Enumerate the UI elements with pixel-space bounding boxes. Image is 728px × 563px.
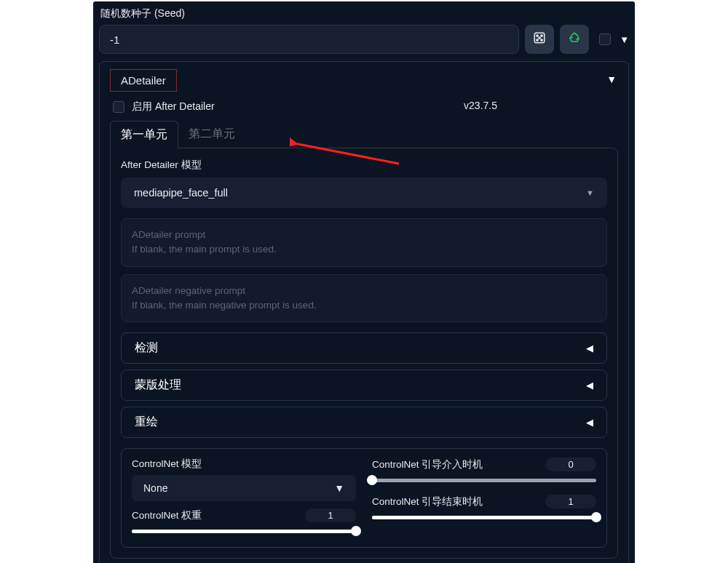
- reuse-seed-button[interactable]: [560, 25, 589, 54]
- svg-point-5: [541, 39, 542, 41]
- triangle-left-icon: ◀: [586, 380, 593, 391]
- cnet-start-label: ControlNet 引导介入时机: [372, 458, 483, 471]
- ad-neg-prompt-placeholder-2: If blank, the main negative prompt is us…: [132, 298, 596, 313]
- chevron-down-icon: ▼: [334, 482, 344, 494]
- accordion-inpaint-label: 重绘: [135, 415, 158, 430]
- chevron-down-icon: ▼: [586, 188, 594, 197]
- tab-unit-2[interactable]: 第二单元: [178, 121, 245, 148]
- ad-neg-prompt-placeholder-1: ADetailer negative prompt: [132, 284, 596, 298]
- adetailer-panel: ADetailer ▼ 启用 After Detailer v23.7.5 第一…: [99, 61, 629, 563]
- ad-prompt-placeholder-2: If blank, the main prompt is used.: [132, 242, 596, 257]
- adetailer-collapse-caret[interactable]: ▼: [606, 69, 618, 85]
- seed-label: 随机数种子 (Seed): [99, 4, 629, 25]
- svg-point-1: [537, 35, 538, 36]
- adetailer-title: ADetailer: [110, 69, 177, 92]
- cnet-start-value[interactable]: 0: [545, 458, 596, 471]
- cnet-model-select[interactable]: None ▼: [132, 475, 356, 501]
- ad-model-select[interactable]: mediapipe_face_full ▼: [121, 177, 607, 208]
- random-seed-button[interactable]: [525, 25, 554, 54]
- ad-model-selected: mediapipe_face_full: [134, 187, 228, 199]
- accordion-mask[interactable]: 蒙版处理 ◀: [121, 370, 607, 401]
- enable-adetailer-label: 启用 After Detailer: [132, 100, 215, 113]
- cnet-end-label: ControlNet 引导结束时机: [372, 495, 483, 508]
- seed-input[interactable]: [99, 25, 519, 54]
- enable-adetailer-checkbox[interactable]: [113, 101, 124, 113]
- accordion-detect-label: 检测: [135, 340, 158, 356]
- cnet-end-slider[interactable]: [372, 513, 596, 522]
- accordion-mask-label: 蒙版处理: [135, 378, 181, 393]
- ad-neg-prompt-input[interactable]: ADetailer negative prompt If blank, the …: [121, 274, 607, 323]
- ad-prompt-input[interactable]: ADetailer prompt If blank, the main prom…: [121, 218, 607, 267]
- cnet-weight-value[interactable]: 1: [305, 508, 356, 522]
- extra-checkbox[interactable]: [599, 33, 611, 45]
- accordion-inpaint[interactable]: 重绘 ◀: [121, 407, 607, 438]
- cnet-weight-slider[interactable]: [132, 527, 356, 535]
- ad-model-label: After Detailer 模型: [121, 159, 607, 172]
- accordion-detect[interactable]: 检测 ◀: [121, 332, 607, 364]
- tab-unit-1[interactable]: 第一单元: [110, 121, 178, 148]
- ad-prompt-placeholder-1: ADetailer prompt: [132, 228, 596, 242]
- triangle-left-icon: ◀: [586, 343, 593, 354]
- extra-expand-caret[interactable]: ▼: [620, 34, 629, 45]
- cnet-end-value[interactable]: 1: [545, 495, 596, 508]
- recycle-icon: [568, 31, 581, 47]
- adetailer-version: v23.7.5: [464, 100, 497, 111]
- cnet-model-selected: None: [143, 482, 167, 494]
- svg-point-3: [539, 37, 540, 39]
- dice-icon: [533, 31, 546, 47]
- cnet-model-label: ControlNet 模型: [132, 458, 202, 471]
- svg-point-2: [541, 35, 542, 36]
- cnet-weight-label: ControlNet 权重: [132, 509, 202, 522]
- svg-point-4: [537, 39, 538, 41]
- cnet-start-slider[interactable]: [372, 476, 596, 484]
- triangle-left-icon: ◀: [586, 417, 593, 428]
